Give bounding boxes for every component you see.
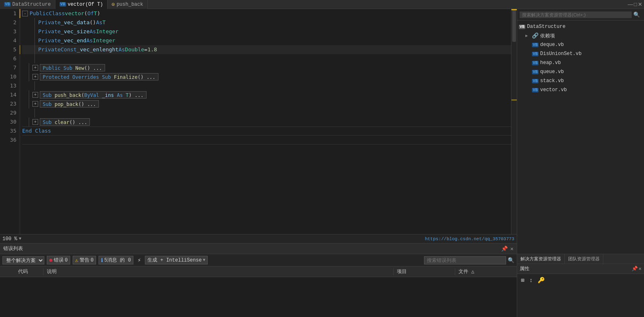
tree-item-deps[interactable]: ▶ 🔗 依赖项 [517,31,644,40]
fold-btn-23[interactable]: + [32,101,38,107]
info-badge[interactable]: ℹ 5消息 的 0 [99,256,133,264]
tree-arrow-deps: ▶ [525,33,530,38]
guide [29,99,29,108]
tree-disunion-label: DisUnionSet.vb [540,51,582,57]
prop-grid-icon[interactable]: ⊞ [520,276,525,285]
sidebar: 🔍 VB DataStructure ▶ 🔗 依赖项 VB [517,9,644,317]
tree-item-queue[interactable]: VB queue.vb [517,67,644,76]
code-line-23: + Sub pop_back() ... [22,99,511,108]
restore-btn[interactable]: □ [634,1,637,7]
error-table-header: 代码 说明 项目 文件 △ [0,266,517,277]
code-line-4: Private _vec_end As Integer [22,36,511,45]
window-controls: — □ ✕ [628,1,644,7]
code-line-6 [22,54,511,63]
tree-deque-label: deque.vb [540,42,564,48]
code-line-5: Private Const _vec_enlenght As Double = … [22,45,511,54]
zoom-level[interactable]: 100 % [2,236,17,242]
code-lines[interactable]: - Public Class vector ( Of T ) Private _… [21,9,511,234]
tree-item-vector[interactable]: VB vector.vb [517,85,644,94]
vb-icon-vector: VB [532,88,539,92]
info-icon: ℹ [101,257,103,264]
guide [34,108,35,117]
sidebar-search: 🔍 [517,9,644,21]
sidebar-search-icon[interactable]: 🔍 [632,11,642,18]
tab-pushback-label: push_back [117,2,143,7]
url-link: https://blog.csdn.net/qq_35703773 [425,237,514,241]
col-file-header[interactable]: 文件 △ [455,268,517,275]
vertical-scrollbar[interactable] [511,9,517,234]
code-editor[interactable]: 1 2 3 4 5 6 7 10 13 14 23 29 30 35 36 [0,9,517,234]
close-btn[interactable]: ✕ [638,1,642,7]
guide [34,27,35,36]
code-line-10: + Protected Overrides Sub Finalize() ... [22,72,511,81]
code-line-3: Private _vec_size As Integer [22,27,511,36]
fold-btn-10[interactable]: + [32,74,38,80]
minimize-btn[interactable]: — [628,1,633,7]
tree-heap-label: heap.vb [540,60,561,66]
tree-root-label: DataStructure [527,24,566,30]
tab-pushback[interactable]: ⊙ push_back [108,0,148,9]
tree-item-stack[interactable]: VB stack.vb [517,76,644,85]
tree-item-heap[interactable]: VB heap.vb [517,58,644,67]
fold-btn-30[interactable]: + [32,119,38,125]
panel-pin-icon[interactable]: 📌 [501,246,508,252]
tree-item-deque[interactable]: VB deque.vb [517,40,644,49]
tab-ds-label: DataStructure [12,2,51,7]
code-line-30: + Sub clear() ... [22,117,511,126]
error-count: 0 [65,257,68,263]
fold-btn-1[interactable]: - [22,11,28,16]
code-line-7: + Public Sub New() ... [22,63,511,72]
filter-icon[interactable]: ⚡ [136,256,142,264]
ds-vb-icon: VB [4,2,11,7]
error-search-input[interactable] [424,256,506,264]
scrollbar-thumb[interactable] [512,9,516,42]
kw-class: Class [49,9,65,18]
dep-icon: 🔗 [532,32,539,39]
sidebar-search-input[interactable] [520,11,632,18]
tab-datastructure[interactable]: VB DataStructure [0,0,55,9]
col-desc-header[interactable]: 说明 [44,268,394,275]
error-search-icon[interactable]: 🔍 [508,257,514,264]
properties-toolbar: ⊞ ↕ 🔑 [517,274,644,287]
prop-sort-icon[interactable]: ↕ [528,276,534,285]
scroll-marker-1 [511,9,517,10]
warn-badge[interactable]: ⚠ 警告 0 [73,256,96,264]
sidebar-tab-solution[interactable]: 解决方案资源管理器 [517,254,565,264]
vb-icon-disunion: VB [532,52,539,56]
panel-title: 错误列表 [3,245,23,252]
prop-pin-icon[interactable]: 📌 [632,266,638,272]
class-name: vector [65,9,84,18]
guide [34,54,35,63]
guide [29,117,29,126]
tab-vector[interactable]: VB vector(Of T) [55,0,108,9]
panel-close-icon[interactable]: ✕ [510,246,513,252]
error-badge[interactable]: ⊗ 错误 0 [47,256,70,264]
error-panel: 错误列表 📌 ✕ 整个解决方案 ⊗ 错误 0 [0,243,517,317]
warn-label: 警告 [80,257,89,264]
scope-select[interactable]: 整个解决方案 [2,256,44,264]
error-icon: ⊗ [49,257,53,264]
col-code-header[interactable]: 代码 [15,268,44,275]
tree-item-disunion[interactable]: VB DisUnionSet.vb [517,49,644,58]
prop-close-icon[interactable]: ✕ [639,266,642,272]
properties-header: 属性 📌 ✕ [517,264,644,274]
error-toolbar: 整个解决方案 ⊗ 错误 0 ⚠ 警告 0 ℹ 5消息 的 0 [0,254,517,266]
scroll-marker-2 [511,99,517,101]
warn-icon: ⚠ [75,257,78,264]
zoom-dropdown-icon[interactable]: ▼ [19,237,21,241]
fold-btn-7[interactable]: + [32,65,38,71]
sidebar-tab-team[interactable]: 团队资源管理器 [565,254,603,264]
tree-deps-label: 依赖项 [540,32,555,39]
tree-root[interactable]: VB DataStructure [517,22,644,31]
error-label: 错误 [54,257,64,264]
guide [29,63,29,72]
info-count: 5消息 的 0 [104,257,131,264]
prop-key-icon[interactable]: 🔑 [536,276,546,285]
code-line-13 [22,81,511,90]
guide [34,81,35,90]
fold-btn-14[interactable]: + [32,92,38,98]
build-btn[interactable]: 生成 + IntelliSense ▼ [145,256,208,264]
code-line-35: End Class [22,126,511,136]
properties-panel: 属性 📌 ✕ ⊞ ↕ 🔑 [517,264,644,317]
col-proj-header[interactable]: 项目 [394,268,455,275]
